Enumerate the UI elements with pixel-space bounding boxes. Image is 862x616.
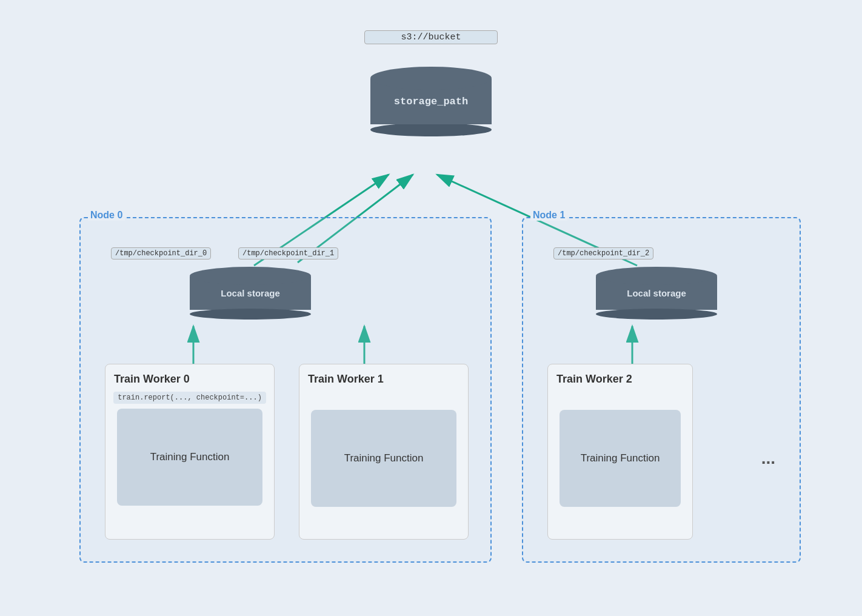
node0-container: Node 0 /tmp/checkpoint_dir_0 /tmp/checkp…: [79, 217, 492, 563]
worker0-code: train.report(..., checkpoint=...): [113, 392, 266, 404]
s3-cylinder-bottom: [370, 123, 492, 136]
local-cylinder-bottom-node0: [190, 309, 311, 320]
local-storage-label-node0: Local storage: [221, 288, 280, 298]
local-storage-node1: Local storage: [596, 267, 717, 320]
checkpoint-dir-2-label: /tmp/checkpoint_dir_2: [553, 247, 653, 259]
local-storage-node0: Local storage: [190, 267, 311, 320]
worker0-training-function: Training Function: [117, 409, 262, 506]
local-cylinder-bottom-node1: [596, 309, 717, 320]
s3-storage-path-label: storage_path: [394, 96, 468, 107]
worker0-title: Train Worker 0: [114, 373, 190, 386]
ellipsis: ...: [761, 449, 775, 468]
worker1-title: Train Worker 1: [308, 373, 384, 386]
node1-container: Node 1 /tmp/checkpoint_dir_2 Local stora…: [522, 217, 801, 563]
worker2-box: Train Worker 2 Training Function: [547, 364, 693, 540]
local-cylinder-top-node0: [190, 267, 311, 285]
worker2-title: Train Worker 2: [556, 373, 632, 386]
worker1-training-function: Training Function: [311, 410, 456, 507]
node0-label: Node 0: [88, 210, 125, 221]
local-storage-label-node1: Local storage: [627, 288, 686, 298]
worker0-box: Train Worker 0 train.report(..., checkpo…: [105, 364, 275, 540]
local-cylinder-top-node1: [596, 267, 717, 285]
s3-label-top: s3://bucket: [364, 30, 498, 44]
checkpoint-dir-1-label: /tmp/checkpoint_dir_1: [238, 247, 338, 259]
checkpoint-dir-0-label: /tmp/checkpoint_dir_0: [111, 247, 211, 259]
worker1-box: Train Worker 1 Training Function: [299, 364, 469, 540]
s3-cylinder-top: [370, 67, 492, 90]
worker1-function-label: Training Function: [344, 452, 424, 464]
worker2-training-function: Training Function: [560, 410, 681, 507]
worker0-function-label: Training Function: [150, 451, 230, 463]
node1-label: Node 1: [530, 210, 567, 221]
worker2-function-label: Training Function: [581, 452, 660, 464]
diagram: s3://bucket storage_path Node 0 /tmp/che…: [43, 29, 819, 587]
s3-cylinder: storage_path: [370, 67, 492, 136]
s3-bucket: s3://bucket storage_path: [364, 47, 498, 136]
